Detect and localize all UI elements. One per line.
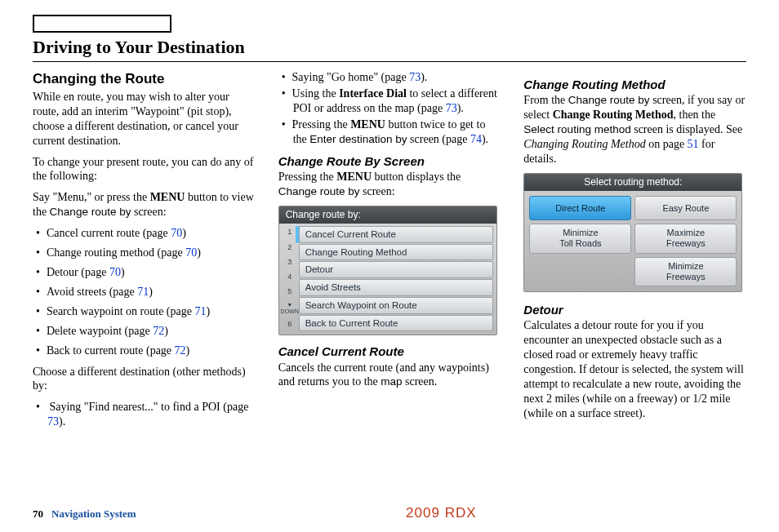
text: Detour (page xyxy=(47,266,109,278)
routing-option[interactable]: MaximizeFreeways xyxy=(634,224,737,253)
nav-list-column: Cancel Current RouteChange Routing Metho… xyxy=(299,225,493,332)
screen-name: Select routing method xyxy=(523,123,630,135)
page-ref: 71 xyxy=(137,286,149,298)
routing-grid: Direct RouteEasy RouteMinimizeToll Roads… xyxy=(524,191,741,291)
text: ) xyxy=(197,246,201,259)
list-item: Change routing method (page 70) xyxy=(36,246,256,260)
menu-lead: Say "Menu," or press the MENU button to … xyxy=(33,190,256,219)
text: ). xyxy=(421,71,427,83)
sub1-para: Pressing the MENU button displays the Ch… xyxy=(278,170,501,199)
nav-row-number: 3 xyxy=(287,258,292,268)
screen-name: Change route by xyxy=(50,206,131,218)
column-1: Changing the Route While en route, you m… xyxy=(33,70,256,436)
page-ref: 72 xyxy=(175,344,186,357)
text: Pressing the xyxy=(278,171,337,183)
continued-list: Saying "Go home" (page 73).Using the Int… xyxy=(278,70,501,147)
nav-screen-routing-method: Select routing method: Direct RouteEasy … xyxy=(523,173,742,292)
nav-menu-item[interactable]: Cancel Current Route xyxy=(299,226,493,243)
page-ref: 72 xyxy=(153,325,164,337)
header-box xyxy=(33,15,171,33)
screen-name: Change route by xyxy=(278,185,360,197)
list-item: Using the Interface Dial to select a dif… xyxy=(282,86,501,116)
text: Back to current route (page xyxy=(47,344,175,357)
page-ref: 70 xyxy=(109,266,121,278)
routing-option[interactable]: MinimizeToll Roads xyxy=(529,224,631,253)
text: ) xyxy=(182,227,186,239)
nav-screen-change-route: Change route by: 12345▼DOWN6 Cancel Curr… xyxy=(278,206,497,336)
routing-option[interactable]: Direct Route xyxy=(529,196,631,220)
nav-row-number: 6 xyxy=(287,320,292,330)
nav-num-column: 12345▼DOWN6 xyxy=(281,225,299,332)
crm-para: From the Change route by screen, if you … xyxy=(523,93,746,166)
text: Cancel current route (page xyxy=(47,227,171,239)
subsection-change-routing-method: Change Routing Method xyxy=(523,77,746,92)
screen-name: map xyxy=(381,375,402,388)
page-ref: 51 xyxy=(688,138,699,150)
chapter-title: Driving to Your Destination xyxy=(33,36,746,62)
nav-menu-item[interactable]: Detour xyxy=(299,261,493,278)
text: screen: xyxy=(360,185,395,197)
column-3: Change Routing Method From the Change ro… xyxy=(523,70,746,436)
nav-row-number: 2 xyxy=(287,243,292,253)
text: ) xyxy=(149,286,153,298)
text: screen (page xyxy=(407,133,470,145)
list-item: Pressing the MENU button twice to get to… xyxy=(282,117,501,147)
other-methods-list: Saying "Find nearest..." to find a POI (… xyxy=(33,400,256,429)
list-item: Delete waypoint (page 72) xyxy=(36,324,256,339)
footer-section: Navigation System xyxy=(51,508,136,521)
text: screen is displayed. See xyxy=(631,123,742,135)
list-item: Search waypoint on route (page 71) xyxy=(36,304,256,319)
subsection-change-route-by: Change Route By Screen xyxy=(278,153,501,169)
routing-screen-title: Select routing method: xyxy=(524,174,741,191)
bold-label: Change Routing Method xyxy=(553,109,674,121)
page-ref: 71 xyxy=(194,305,206,317)
intro-para-2: To change your present route, you can do… xyxy=(33,155,256,184)
down-arrow-icon[interactable]: ▼DOWN xyxy=(281,302,299,314)
text: Delete waypoint (page xyxy=(47,325,153,337)
text: Say "Menu," or press the xyxy=(33,191,150,203)
text: Avoid streets (page xyxy=(47,286,137,298)
page-number: 70 xyxy=(33,508,43,521)
text: ). xyxy=(457,102,464,114)
nav-menu-item[interactable]: Search Waypoint on Route xyxy=(299,297,493,314)
text: ) xyxy=(164,325,168,337)
bold-label: Interface Dial xyxy=(339,87,407,100)
xref: Changing Routing Method xyxy=(523,138,645,150)
text: on page xyxy=(646,138,688,150)
text: Saying "Go home" (page xyxy=(292,71,410,83)
text: button displays the xyxy=(372,171,461,183)
nav-menu-item[interactable]: Change Routing Method xyxy=(299,244,493,261)
list-item: Saying "Find nearest..." to find a POI (… xyxy=(36,400,256,429)
text: ). xyxy=(59,415,65,428)
routing-option[interactable]: Easy Route xyxy=(634,196,737,220)
footer-model: 2009 RDX xyxy=(136,504,746,522)
subsection-cancel-route: Cancel Current Route xyxy=(278,344,501,359)
page-ref: 70 xyxy=(185,246,197,259)
list-item: Cancel current route (page 70) xyxy=(36,226,256,241)
page-ref: 73 xyxy=(409,71,421,83)
screen-name: Change route by xyxy=(568,94,650,106)
page-ref: 73 xyxy=(446,102,457,114)
footer: 70 Navigation System 2009 RDX xyxy=(33,504,746,522)
nav-row-number: 5 xyxy=(287,287,292,297)
nav-menu-item[interactable]: Back to Current Route xyxy=(299,315,493,332)
intro-para-1: While en route, you may wish to alter yo… xyxy=(33,90,256,149)
text: Using the xyxy=(292,87,340,100)
nav-menu-item[interactable]: Avoid Streets xyxy=(299,279,493,296)
text: Search waypoint on route (page xyxy=(47,305,195,317)
routing-option[interactable]: MinimizeFreeways xyxy=(634,257,737,286)
list-item: Saying "Go home" (page 73). xyxy=(282,70,501,85)
subsection-detour: Detour xyxy=(523,302,746,317)
menu-label: MENU xyxy=(150,191,185,203)
text: screen: xyxy=(131,206,166,218)
text: screen. xyxy=(403,375,438,388)
other-methods-lead: Choose a different destination (other me… xyxy=(33,365,256,394)
page-ref: 74 xyxy=(470,133,482,145)
nav-screen-body: 12345▼DOWN6 Cancel Current RouteChange R… xyxy=(279,224,496,335)
text: ). xyxy=(482,133,488,145)
list-item: Back to current route (page 72) xyxy=(36,344,256,358)
cancel-route-para: Cancels the current route (and any waypo… xyxy=(278,361,501,390)
text: Saying "Find nearest..." to find a POI (… xyxy=(49,401,248,413)
text: From the xyxy=(523,94,568,106)
text: ) xyxy=(121,266,125,278)
